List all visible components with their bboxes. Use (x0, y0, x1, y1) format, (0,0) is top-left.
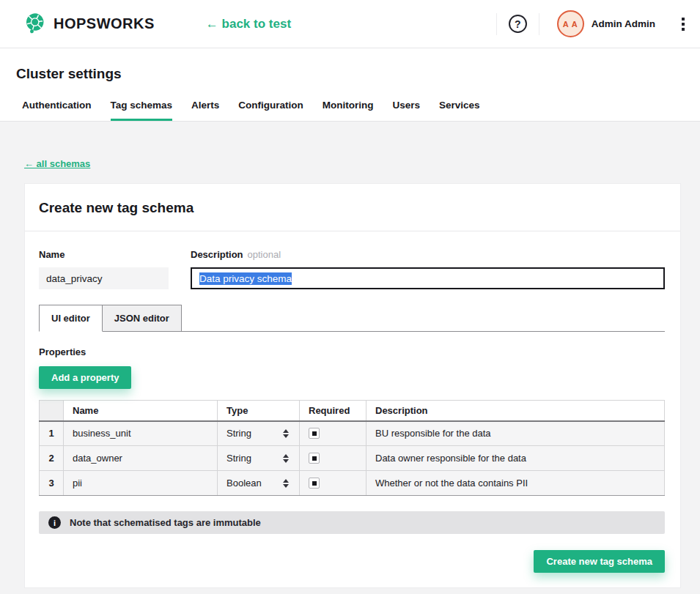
info-icon: i (48, 516, 61, 529)
name-input[interactable]: data_privacy (39, 267, 169, 289)
separator (539, 13, 539, 35)
property-description-input[interactable]: Whether or not the data contains PII (366, 471, 665, 496)
hopsworks-logo-icon (24, 12, 46, 36)
name-field-group: Name data_privacy (39, 249, 169, 289)
property-type-select[interactable]: Boolean (218, 471, 300, 496)
required-checkbox[interactable] (309, 428, 320, 439)
index-column-header (40, 401, 64, 421)
table-row: 3 pii Boolean Whether or not the data co… (40, 471, 665, 496)
editor-tabs: UI editor JSON editor (39, 305, 665, 332)
description-label: Descriptionoptional (191, 249, 665, 260)
tab-monitoring[interactable]: Monitoring (323, 100, 374, 121)
name-label: Name (39, 249, 169, 260)
properties-label: Properties (39, 346, 665, 357)
required-checkbox[interactable] (309, 453, 320, 464)
row-index: 1 (40, 421, 64, 446)
separator (496, 13, 497, 35)
hopsworks-logo[interactable]: HOPSWORKS (24, 12, 155, 36)
property-description-input[interactable]: BU responsible for the data (366, 421, 665, 446)
name-column-header: Name (64, 401, 218, 421)
description-input[interactable]: Data privacy schema (191, 267, 665, 289)
property-type-select[interactable]: String (218, 446, 300, 471)
note-text: Note that schematised tags are immutable (70, 517, 261, 528)
card-title: Create new tag schema (39, 200, 666, 216)
kebab-menu-icon[interactable] (679, 15, 688, 34)
top-bar: HOPSWORKS ← back to test ? A A Admin Adm… (0, 0, 700, 48)
properties-table: Name Type Required Description 1 busines… (39, 400, 665, 496)
page-title: Cluster settings (16, 66, 700, 82)
required-checkbox[interactable] (309, 478, 320, 489)
user-name: Admin Admin (592, 18, 655, 29)
add-property-button[interactable]: Add a property (39, 366, 131, 389)
all-schemas-link[interactable]: ← all schemas (24, 158, 90, 169)
select-spinner-icon (283, 429, 289, 438)
required-column-header: Required (300, 401, 366, 421)
required-cell (300, 446, 366, 471)
type-column-header: Type (218, 401, 300, 421)
tab-alerts[interactable]: Alerts (191, 100, 219, 121)
table-header-row: Name Type Required Description (40, 401, 665, 421)
property-type-value: String (226, 428, 251, 439)
property-type-value: String (226, 453, 251, 464)
row-index: 2 (40, 446, 64, 471)
tab-tag-schemas[interactable]: Tag schemas (111, 100, 173, 121)
tab-ui-editor[interactable]: UI editor (39, 305, 103, 332)
property-description-input[interactable]: Data owner responsible for the data (366, 446, 665, 471)
create-tag-schema-button[interactable]: Create new tag schema (534, 550, 665, 573)
property-type-value: Boolean (226, 478, 262, 489)
tab-json-editor[interactable]: JSON editor (103, 305, 182, 332)
card-header: Create new tag schema (25, 184, 680, 231)
settings-tabs: Authentication Tag schemas Alerts Config… (22, 100, 700, 121)
topbar-right: ? A A Admin Admin (496, 10, 688, 37)
required-cell (300, 471, 366, 496)
submit-row: Create new tag schema (39, 550, 665, 573)
schema-form-row: Name data_privacy Descriptionoptional Da… (39, 249, 665, 289)
tab-authentication[interactable]: Authentication (22, 100, 92, 121)
property-name-input[interactable]: data_owner (64, 446, 218, 471)
immutable-note: i Note that schematised tags are immutab… (39, 511, 665, 534)
description-input-value: Data privacy schema (199, 272, 292, 285)
avatar[interactable]: A A (557, 10, 584, 37)
tab-configuration[interactable]: Configuration (238, 100, 303, 121)
property-name-input[interactable]: business_unit (64, 421, 218, 446)
select-spinner-icon (283, 479, 289, 488)
row-index: 3 (40, 471, 64, 496)
table-row: 1 business_unit String BU responsible fo… (40, 421, 665, 446)
tab-services[interactable]: Services (439, 100, 480, 121)
page-header: Cluster settings Authentication Tag sche… (0, 48, 700, 122)
tab-users[interactable]: Users (393, 100, 421, 121)
description-field-group: Descriptionoptional Data privacy schema (191, 249, 665, 289)
name-input-value: data_privacy (46, 273, 103, 284)
description-column-header: Description (366, 401, 665, 421)
back-to-project-link[interactable]: ← back to test (206, 17, 291, 31)
create-tag-schema-card: Create new tag schema Name data_privacy … (24, 183, 681, 588)
card-body: Name data_privacy Descriptionoptional Da… (25, 231, 680, 587)
description-label-text: Description (191, 249, 243, 260)
table-row: 2 data_owner String Data owner responsib… (40, 446, 665, 471)
required-cell (300, 421, 366, 446)
optional-hint: optional (248, 249, 281, 260)
select-spinner-icon (283, 454, 289, 463)
help-icon[interactable]: ? (509, 15, 527, 33)
brand-name: HOPSWORKS (54, 15, 155, 32)
content-area: ← all schemas Create new tag schema Name… (0, 122, 700, 594)
property-type-select[interactable]: String (218, 421, 300, 446)
property-name-input[interactable]: pii (64, 471, 218, 496)
